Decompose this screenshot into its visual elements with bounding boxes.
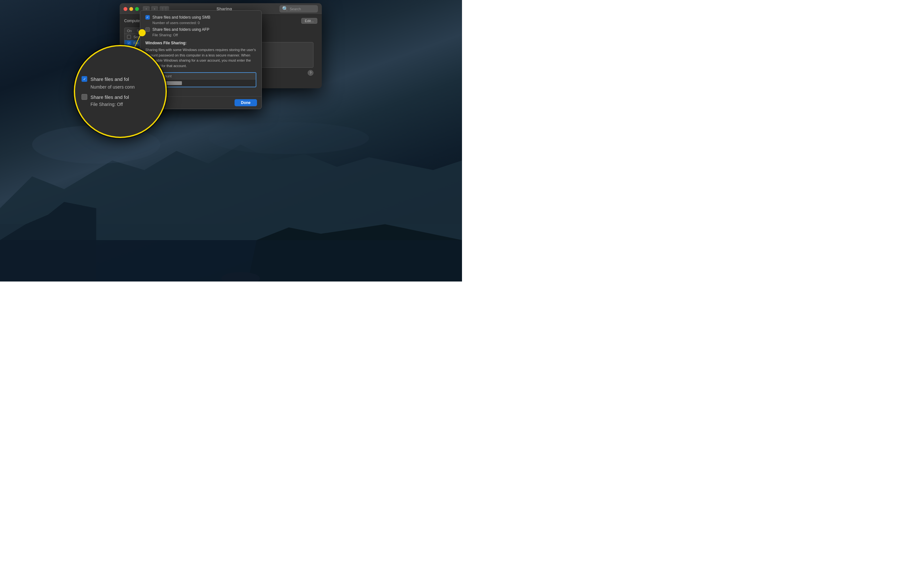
services-col-on: On	[127, 29, 136, 33]
smb-row: ✓ Share files and folders using SMB	[146, 15, 256, 20]
afp-row: Share files and folders using AFP	[146, 27, 256, 32]
minimize-button[interactable]	[129, 7, 133, 11]
svg-point-7	[208, 122, 369, 154]
close-button[interactable]	[123, 7, 128, 11]
zoom-circle: ✓ Share files and fol Number of users co…	[74, 45, 167, 138]
users-connected-text: Number of users connected: 0	[152, 21, 256, 25]
svg-rect-5	[0, 240, 462, 281]
zoom-afp-row: Share files and fol	[81, 94, 159, 100]
afp-checkbox[interactable]	[146, 27, 150, 32]
file-sharing-checkbox[interactable]: ✓	[127, 41, 131, 45]
search-input[interactable]	[290, 7, 319, 11]
windows-sharing-title: Windows File Sharing:	[146, 41, 256, 45]
zoom-content: ✓ Share files and fol Number of users co…	[75, 46, 165, 137]
zoom-afp-checkbox	[81, 94, 87, 100]
screen-sharing-checkbox[interactable]	[127, 35, 131, 39]
done-button[interactable]: Done	[234, 99, 257, 106]
zoom-users-connected: Number of users conn	[90, 84, 159, 90]
smb-label: Share files and folders using SMB	[152, 15, 210, 20]
search-icon: 🔍	[282, 6, 288, 12]
zoom-smb-label: Share files and fol	[90, 77, 129, 82]
zoom-smb-checkbox: ✓	[81, 76, 87, 82]
zoom-file-sharing-off: File Sharing: Off	[90, 102, 159, 107]
mountain-silhouette	[0, 113, 462, 281]
zoom-afp-label: Share files and fol	[90, 95, 129, 100]
afp-label: Share files and folders using AFP	[152, 27, 209, 32]
edit-button[interactable]: Edit...	[301, 18, 317, 24]
zoom-smb-row: ✓ Share files and fol	[81, 76, 159, 82]
window-help-button[interactable]: ?	[308, 70, 314, 76]
accounts-col-account-header: Account	[159, 74, 252, 78]
zoom-pointer-dot	[139, 29, 146, 36]
maximize-button[interactable]	[135, 7, 139, 11]
traffic-lights	[123, 7, 139, 11]
smb-checkbox[interactable]: ✓	[146, 15, 150, 20]
file-sharing-status-text: File Sharing: Off	[152, 33, 256, 37]
search-bar[interactable]: 🔍	[279, 5, 318, 12]
